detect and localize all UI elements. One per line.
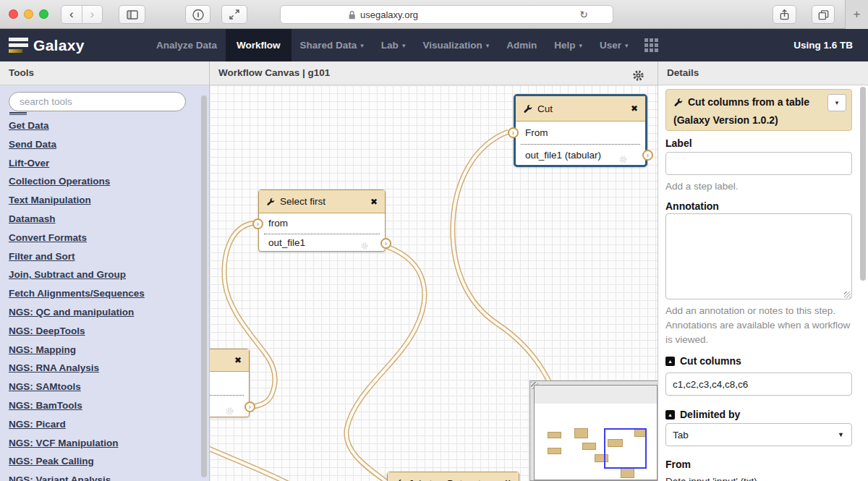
details-panel: Cut columns from a table (Galaxy Version…: [658, 85, 868, 481]
tab-overview-button[interactable]: [812, 5, 835, 24]
node-input-row: From ›: [516, 122, 645, 144]
chevron-down-icon: ▾: [402, 42, 406, 49]
tool-section-link[interactable]: NGS: BamTools: [0, 396, 210, 415]
extension-button[interactable]: [185, 5, 210, 24]
close-icon[interactable]: ✖: [370, 197, 378, 207]
details-scrollbar[interactable]: [860, 87, 866, 281]
close-icon[interactable]: ✖: [631, 103, 638, 114]
tool-section-link[interactable]: NGS: Peak Calling: [0, 452, 210, 471]
chevron-down-icon: ▾: [579, 42, 582, 49]
lock-icon: [347, 9, 357, 20]
tools-scrollbar[interactable]: [201, 95, 207, 477]
tool-section-link[interactable]: Filter and Sort: [0, 247, 210, 266]
tool-section-list: Get Data Send Data Lift-Over Collection …: [0, 116, 210, 481]
output-terminal[interactable]: ›: [244, 401, 255, 412]
nav-visualization[interactable]: Visualization▾: [414, 29, 498, 61]
tool-versions-dropdown-button[interactable]: ▼: [827, 94, 846, 111]
tools-panel: Get Data Send Data Lift-Over Collection …: [0, 85, 210, 481]
minimap-header-strip: [535, 386, 657, 404]
tool-section-link[interactable]: NGS: Picard: [0, 415, 210, 434]
annotation-textarea[interactable]: [665, 213, 852, 299]
canvas-overview-minimap[interactable]: [529, 380, 658, 481]
nav-shared-data[interactable]: Shared Data▾: [292, 29, 373, 61]
node-join-two-datasets[interactable]: Join two Datasets ✖: [387, 472, 519, 481]
label-heading: Label: [665, 137, 692, 149]
node-cut[interactable]: Cut ✖ From › out_file1 (tabular) ›: [514, 94, 647, 167]
reload-icon[interactable]: ↻: [579, 9, 588, 20]
url-field[interactable]: usegalaxy.org ↻: [280, 5, 613, 24]
node-join-header[interactable]: Join two Datasets ✖: [388, 472, 519, 481]
output-terminal[interactable]: ›: [642, 150, 653, 161]
close-icon[interactable]: ✖: [504, 478, 511, 481]
back-button[interactable]: ‹: [61, 6, 82, 23]
tool-section-link[interactable]: NGS: QC and manipulation: [0, 303, 210, 322]
brand-name: Galaxy: [33, 37, 85, 54]
collapse-section-icon[interactable]: ▲: [665, 410, 675, 420]
url-text: usegalaxy.org: [360, 9, 418, 20]
nav-help[interactable]: Help▾: [545, 29, 591, 61]
fullscreen-button[interactable]: [221, 5, 247, 24]
workflow-canvas[interactable]: Cut ✖ From › out_file1 (tabular) ›: [210, 85, 658, 481]
share-button[interactable]: [773, 5, 796, 24]
tool-section-link[interactable]: NGS: RNA Analysis: [0, 359, 210, 378]
quota-usage[interactable]: Using 1.6 TB: [793, 29, 853, 61]
tabs-icon: [817, 8, 830, 22]
node-partial[interactable]: ✖ ›: [210, 349, 250, 417]
tool-section-link[interactable]: Send Data: [0, 135, 210, 154]
node-output-row: out_file1 (tabular) ›: [516, 145, 645, 166]
nav-admin[interactable]: Admin: [498, 29, 545, 61]
delimited-by-select[interactable]: Tab ▼: [665, 423, 852, 446]
node-select-first[interactable]: Select first ✖ from › out_file1 ›: [258, 190, 386, 252]
galaxy-logo[interactable]: Galaxy: [9, 29, 85, 61]
collapse-section-icon[interactable]: ▲: [665, 357, 675, 366]
output-gear-icon[interactable]: [225, 402, 234, 424]
tool-section-link[interactable]: Collection Operations: [0, 172, 210, 191]
tool-section-link[interactable]: NGS: Mapping: [0, 341, 210, 359]
tool-section-link[interactable]: NGS: Variant Analysis: [0, 471, 210, 481]
tool-header-box: Cut columns from a table (Galaxy Version…: [665, 89, 852, 131]
nav-lab[interactable]: Lab▾: [373, 29, 414, 61]
forward-button[interactable]: ›: [82, 6, 103, 23]
tool-section-link[interactable]: Fetch Alignments/Sequences: [0, 284, 210, 303]
nav-analyze-data[interactable]: Analyze Data: [148, 29, 226, 61]
search-input[interactable]: [9, 92, 186, 111]
input-terminal[interactable]: ›: [508, 127, 519, 138]
tool-section-link[interactable]: Get Data: [0, 116, 210, 135]
wrench-icon: [673, 98, 683, 107]
canvas-panel-title: Workflow Canvas | g101: [210, 61, 658, 85]
sidebar-toggle-button[interactable]: [119, 5, 145, 24]
tool-section-link[interactable]: Text Manipulation: [0, 191, 210, 210]
node-partial-header[interactable]: ✖: [210, 349, 249, 372]
zoom-window-button[interactable]: [39, 9, 48, 19]
output-gear-icon[interactable]: [360, 239, 369, 256]
tool-section-link[interactable]: Convert Formats: [0, 229, 210, 247]
input-terminal[interactable]: ›: [252, 218, 263, 229]
screen: ‹ ›: [0, 0, 868, 481]
tool-section-link[interactable]: NGS: DeepTools: [0, 322, 210, 341]
tool-section-link[interactable]: Lift-Over: [0, 154, 210, 173]
new-tab-button[interactable]: +: [845, 0, 868, 29]
output-terminal[interactable]: ›: [380, 238, 391, 249]
cut-columns-input[interactable]: [665, 373, 852, 396]
output-gear-icon[interactable]: [618, 150, 628, 171]
minimize-window-button[interactable]: [24, 9, 33, 19]
apps-grid-icon[interactable]: [644, 38, 658, 52]
tool-section-link[interactable]: Datamash: [0, 210, 210, 229]
tool-section-link[interactable]: NGS: VCF Manipulation: [0, 434, 210, 453]
tool-section-link[interactable]: Join, Subtract and Group: [0, 265, 210, 284]
node-cut-header[interactable]: Cut ✖: [516, 96, 645, 122]
nav-user[interactable]: User▾: [591, 29, 637, 61]
nav-workflow[interactable]: Workflow: [226, 29, 292, 61]
wrench-icon: [266, 197, 275, 206]
minimap-viewport[interactable]: [604, 428, 647, 469]
close-icon[interactable]: ✖: [234, 355, 242, 365]
node-title: Select first: [280, 196, 326, 207]
tool-section-link[interactable]: NGS: SAMtools: [0, 378, 210, 396]
close-window-button[interactable]: [9, 9, 18, 19]
node-select-first-header[interactable]: Select first ✖: [259, 190, 385, 213]
minimap-content[interactable]: [534, 385, 658, 480]
back-forward-buttons: ‹ ›: [61, 5, 103, 24]
minimap-node: [548, 448, 561, 454]
minimap-node: [582, 443, 596, 450]
step-label-input[interactable]: [665, 152, 852, 175]
